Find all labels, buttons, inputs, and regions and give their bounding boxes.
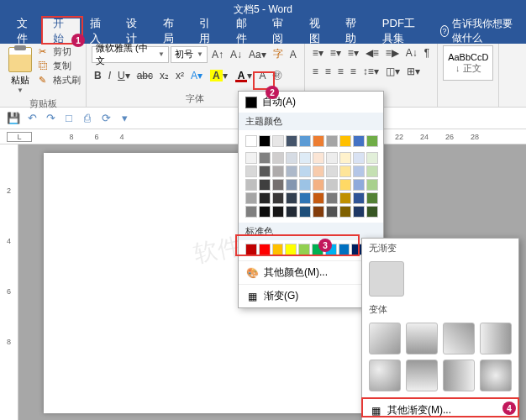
copy-button[interactable]: ⿻复制 [39,60,81,72]
color-swatch[interactable] [259,135,271,147]
qat-more-icon[interactable]: ▾ [118,112,131,125]
tab-view[interactable]: 视图 [299,18,335,44]
undo-icon[interactable]: ↶ [25,112,39,125]
color-swatch[interactable] [326,152,338,164]
bold-button[interactable]: B [92,68,104,83]
color-swatch[interactable] [259,206,271,218]
color-swatch[interactable] [313,179,324,191]
color-swatch[interactable] [286,206,297,218]
color-swatch[interactable] [366,135,378,147]
color-swatch[interactable] [272,152,284,164]
color-swatch[interactable] [366,206,378,218]
color-swatch[interactable] [259,179,271,191]
color-swatch[interactable] [298,244,310,255]
color-swatch[interactable] [339,192,351,204]
color-swatch[interactable] [285,244,297,255]
color-swatch[interactable] [366,165,378,177]
color-swatch[interactable] [353,179,365,191]
gradient-swatch[interactable] [443,323,475,354]
char-shading-button[interactable]: A [256,68,268,83]
color-swatch[interactable] [245,244,257,255]
color-swatch[interactable] [245,135,257,147]
color-swatch[interactable] [299,152,311,164]
color-swatch[interactable] [313,152,324,164]
color-swatch[interactable] [259,165,271,177]
sort-button[interactable]: A↓ [403,45,420,60]
color-swatch[interactable] [353,206,365,218]
italic-button[interactable]: I [106,68,113,83]
tab-selector[interactable]: L [7,132,32,142]
gradient-swatch[interactable] [369,360,401,391]
strikethrough-button[interactable]: abc [134,68,155,83]
color-swatch[interactable] [339,179,351,191]
color-swatch[interactable] [286,179,297,191]
no-gradient-swatch[interactable] [369,261,404,297]
redo-icon[interactable]: ↷ [44,112,57,125]
multilevel-button[interactable]: ≡▾ [345,45,361,60]
color-swatch[interactable] [259,244,271,255]
grow-font-button[interactable]: A↑ [209,47,226,62]
borders-button[interactable]: ⊞▾ [404,64,423,79]
tab-references[interactable]: 引用 [189,18,225,44]
shrink-font-button[interactable]: A↓ [228,47,245,62]
color-swatch[interactable] [353,152,365,164]
color-swatch[interactable] [245,192,257,204]
tab-review[interactable]: 审阅 [262,18,298,44]
color-swatch[interactable] [286,165,297,177]
cut-button[interactable]: ✂剪切 [39,45,81,58]
gradient-swatch[interactable] [369,323,401,354]
tab-pdf-tools[interactable]: PDF工具集 [372,18,434,44]
bullets-button[interactable]: ≡▾ [310,45,326,60]
change-case-button[interactable]: Aa▾ [246,47,269,62]
color-swatch[interactable] [272,179,284,191]
color-swatch[interactable] [272,244,284,255]
superscript-button[interactable]: x² [173,68,187,83]
line-spacing-button[interactable]: ↕≡▾ [360,64,381,79]
color-swatch[interactable] [245,165,257,177]
color-swatch[interactable] [366,192,378,204]
color-swatch[interactable] [339,135,351,147]
save-icon[interactable]: 💾 [7,112,20,125]
increase-indent-button[interactable]: ≡▶ [383,45,402,60]
highlight-button[interactable]: A▾ [207,67,231,84]
color-swatch[interactable] [259,152,271,164]
font-size-select[interactable]: 初号▼ [171,46,208,63]
show-marks-button[interactable]: ¶ [422,45,432,60]
color-swatch[interactable] [259,192,271,204]
color-swatch[interactable] [353,192,365,204]
paste-button[interactable]: 粘贴 ▼ [5,45,35,96]
tab-insert[interactable]: 插入 [80,18,116,44]
open-icon[interactable]: ⎙ [81,112,94,125]
color-swatch[interactable] [313,165,324,177]
tab-mailings[interactable]: 邮件 [226,18,262,44]
tab-file[interactable]: 文件 [7,18,43,44]
color-swatch[interactable] [339,206,351,218]
numbering-button[interactable]: ≡▾ [328,45,344,60]
phonetic-button[interactable]: 字 [271,45,286,63]
color-swatch[interactable] [272,206,284,218]
subscript-button[interactable]: x₂ [157,68,171,83]
color-auto-item[interactable]: 自动(A) [239,92,383,113]
align-center-button[interactable]: ≡ [323,64,334,79]
color-swatch[interactable] [366,179,378,191]
color-swatch[interactable] [339,244,350,255]
color-swatch[interactable] [299,135,311,147]
more-gradients-item[interactable]: ▦ 其他渐变(M)... [362,398,518,420]
color-swatch[interactable] [245,179,257,191]
justify-button[interactable]: ≡ [348,64,359,79]
color-swatch[interactable] [299,192,311,204]
underline-button[interactable]: U▾ [115,68,133,83]
align-right-button[interactable]: ≡ [335,64,346,79]
tab-help[interactable]: 帮助 [335,18,371,44]
color-swatch[interactable] [353,135,365,147]
color-swatch[interactable] [326,165,338,177]
color-swatch[interactable] [286,192,297,204]
vertical-ruler[interactable]: 2468 [0,144,18,420]
enclose-char-button[interactable]: ㊖ [270,66,285,84]
style-normal[interactable]: AaBbCcD ↓ 正文 [443,45,493,81]
color-swatch[interactable] [272,135,284,147]
font-color-button[interactable]: A▾ [233,68,255,83]
color-swatch[interactable] [299,206,311,218]
color-swatch[interactable] [272,165,284,177]
gradient-swatch[interactable] [406,360,438,391]
